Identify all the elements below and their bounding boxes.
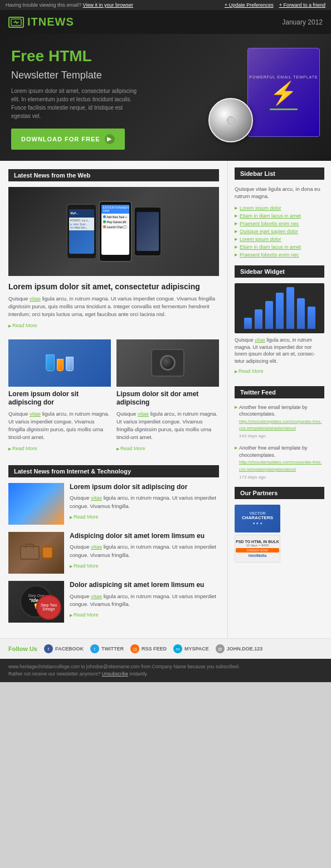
bar-4: [276, 293, 284, 329]
twitter-label: TWITTER: [101, 646, 124, 652]
forward-link[interactable]: + Forward to a friend: [279, 2, 325, 8]
rss-item[interactable]: ))) RSS FEED: [130, 644, 167, 653]
widget-read-more[interactable]: Read More: [235, 368, 263, 374]
list-item: Etiam in diam lacus in amet: [235, 243, 324, 251]
twitter-icon: t: [90, 644, 99, 653]
internet-article-2-row: Adispicing dolor sit amet lorem limsum e…: [8, 532, 219, 574]
internet-thumb-1: [8, 483, 64, 525]
myspace-item[interactable]: m MYSPACE: [173, 644, 209, 653]
article-col-1: Lorem ipsum dolor sit adipiscing dor Qui…: [8, 339, 111, 457]
tweet2-link[interactable]: http://chocotemplates.com/corporate-free…: [239, 460, 322, 472]
article3-title: Lipsum dolor sit dor amet adipiscing: [116, 390, 219, 407]
article2-link[interactable]: vitae: [30, 411, 41, 417]
tweet-1: Another free email template by chocotemp…: [235, 404, 324, 440]
internet-article3-title: Dolor adispicing sit amet lorem limsum e…: [70, 581, 219, 590]
facebook-label: FACEBOOK: [55, 646, 84, 652]
topbar-right: + Update Preferences + Forward to a frie…: [225, 2, 325, 8]
main-article-title: Lorem ipsum dolor sit amet, consectetur …: [8, 282, 219, 292]
inet-article1-link[interactable]: vitae: [91, 495, 102, 501]
follow-us-label: Follow Us: [8, 645, 37, 652]
myspace-icon: m: [173, 644, 182, 653]
phone-screen-1: MyF... HOWDY, my n... is John Smit... I'…: [69, 209, 94, 254]
flask-1: [46, 354, 55, 371]
hero-box: POWERFUL EMAIL TEMPLATE ⚡: [247, 48, 320, 137]
step-two-circle: Step TwoDesign: [36, 595, 61, 620]
article-image-1: [8, 339, 111, 387]
sidebar-list-intro: Quisque vitae ligula arcu, in dona eu ru…: [235, 185, 324, 200]
logo: ITNEWS: [8, 16, 74, 28]
cd-image: [208, 98, 253, 142]
main-article-link[interactable]: vitae: [30, 295, 41, 302]
rss-icon: ))): [130, 644, 139, 653]
bar-2: [255, 309, 262, 329]
inet-article2-read-more[interactable]: Read More: [70, 563, 98, 569]
inet-article3-link[interactable]: vitae: [91, 593, 102, 599]
main-article-read-more[interactable]: Read More: [8, 323, 37, 328]
twitter-feed-section: Twitter Feed Another free email template…: [235, 386, 324, 480]
unsubscribe-link[interactable]: Unsubscribe: [102, 671, 128, 677]
twitter-item[interactable]: t TWITTER: [90, 644, 124, 653]
content-right: Sidebar List Quisque vitae ligula arcu, …: [228, 161, 331, 638]
inet-article2-link[interactable]: vitae: [91, 544, 102, 550]
list-item: Etiam in diam lacus in amet: [235, 212, 324, 220]
update-prefs-link[interactable]: + Update Preferences: [225, 2, 274, 8]
internet-article-3-row: Step One "Idea" 💡 Step TwoDesign Dolor a…: [8, 581, 219, 623]
widget-chart: [235, 283, 324, 333]
hero-text: Free HTML Newsletter Template Lorem ipsu…: [11, 48, 220, 150]
footer-line2: Rather not receive our newsletter anymor…: [8, 670, 323, 678]
flask-image: [46, 354, 74, 371]
bar-6: [297, 298, 305, 329]
camera-lens: [160, 355, 176, 371]
view-browser-link[interactable]: View it in your browser: [83, 2, 133, 8]
tweet-2: Another free email template by chocotemp…: [235, 445, 324, 480]
internet-article-3-content: Dolor adispicing sit amet lorem limsum e…: [70, 581, 219, 623]
partner1-text: VECTOR CHARACTERS ✦ ✦ ✦: [242, 511, 273, 525]
flask-3: [66, 357, 74, 371]
header-date: January 2012: [282, 18, 323, 26]
email-icon: @: [216, 644, 225, 653]
inet-article3-read-more[interactable]: Read More: [70, 612, 98, 618]
hero-section: Free HTML Newsletter Template Lorem ipsu…: [0, 34, 331, 161]
article3-body: Quisque vitae ligula arcu, in rutrum mag…: [116, 410, 219, 442]
main-news-image: MyF... HOWDY, my n... is John Smit... I'…: [8, 187, 219, 276]
email-item[interactable]: @ JOHN.DOE.123: [216, 644, 263, 653]
download-button[interactable]: DOWNLOAD FOR FREE ▶: [11, 129, 125, 150]
article-image-2: [116, 339, 219, 387]
follow-us-bar: Follow Us f FACEBOOK t TWITTER ))) RSS F…: [0, 638, 331, 659]
bar-3: [265, 301, 273, 329]
article3-read-more[interactable]: Read More: [116, 446, 145, 451]
internet-news-section: Latest News from Internet & Technology L…: [8, 465, 219, 623]
internet-article3-body: Quisque vitae ligula arcu, in rutrum mag…: [70, 593, 219, 609]
phone-3: [134, 206, 162, 257]
flask-2: [57, 359, 64, 371]
arrow-icon: ▶: [105, 134, 115, 144]
internet-article-1-content: Lorem ipsum dolor sit adipiscing dor Qui…: [70, 483, 219, 525]
article3-link[interactable]: vitae: [138, 411, 149, 417]
footer: www.heritagechristiancollege.com to john…: [0, 659, 331, 682]
inet-article1-read-more[interactable]: Read More: [70, 514, 98, 520]
partner-logo-1[interactable]: VECTOR CHARACTERS ✦ ✦ ✦: [235, 505, 280, 532]
list-item: Quisque eget sapien dolor: [235, 228, 324, 235]
sidebar-list: Lorem ipsum dolor Etiam in diam lacus in…: [235, 204, 324, 259]
partner-logo-2[interactable]: PSD TO HTML IN BULK 12 days = $400 ORDER…: [235, 535, 280, 563]
myspace-label: MYSPACE: [184, 646, 209, 652]
widget-link[interactable]: vitae: [255, 337, 265, 343]
phone-mockup: MyF... HOWDY, my n... is John Smit... I'…: [66, 201, 162, 262]
tweet1-link[interactable]: http://chocotemplates.com/corporate-free…: [239, 419, 322, 431]
article2-read-more[interactable]: Read More: [8, 446, 37, 451]
hero-description: Lorem ipsum dolor sit amet, consectetur …: [11, 87, 139, 120]
internet-article1-body: Quisque vitae ligula arcu, in rutrum mag…: [70, 494, 219, 510]
list-item: Praesent lobortis enim nec: [235, 220, 324, 228]
internet-news-header: Latest News from Internet & Technology: [8, 465, 219, 477]
list-item: Lorem ipsum dolor: [235, 235, 324, 243]
logo-text: ITNEWS: [27, 16, 74, 28]
bar-5: [286, 287, 294, 329]
article2-body: Quisque vitae ligula arcu, in rutrum mag…: [8, 410, 111, 442]
internet-thumb-2: [8, 532, 64, 574]
sidebar-list-items: Lorem ipsum dolor Etiam in diam lacus in…: [235, 204, 324, 259]
hero-title: Free HTML Newsletter Template: [11, 48, 220, 82]
sidebar-widget-text: Quisque vitae ligula arcu, in rutrum mag…: [235, 337, 324, 364]
tweet1-time: 243 days ago: [239, 433, 324, 439]
facebook-item[interactable]: f FACEBOOK: [44, 644, 84, 653]
phone-screen-2: ENTERTAINMENT APP Add New Task + Play Ga…: [101, 205, 129, 255]
